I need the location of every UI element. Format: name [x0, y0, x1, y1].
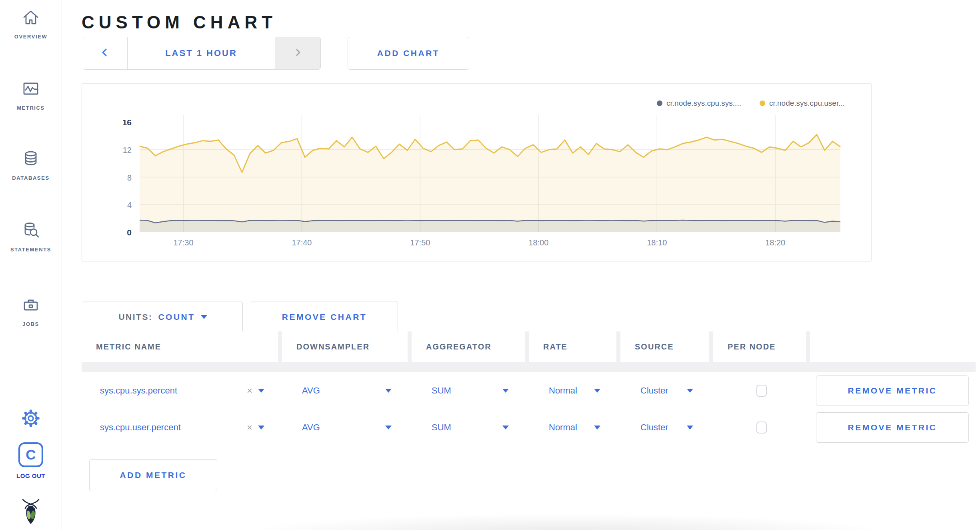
y-axis-label: 8 [127, 173, 132, 182]
metrics-table: METRIC NAME DOWNSAMPLER AGGREGATOR RATE … [82, 331, 976, 446]
cockroach-c-icon: C [18, 462, 44, 469]
logout-label: LOG OUT [0, 472, 62, 479]
sidebar-item-overview[interactable]: OVERVIEW [0, 8, 62, 40]
metric-name-select[interactable]: sys.cpu.sys.percent × [82, 372, 282, 409]
add-metric-button[interactable]: ADD METRIC [89, 459, 217, 491]
timeseries-chart: 048121617:3017:4017:5018:0018:1018:20 [82, 84, 871, 261]
rate-select[interactable]: Normal [529, 409, 620, 446]
chevron-down-icon [594, 426, 600, 430]
chevron-down-icon [385, 426, 392, 430]
time-prev-button[interactable] [83, 37, 128, 69]
sidebar-item-label: METRICS [0, 105, 62, 111]
x-axis-label: 18:00 [528, 238, 548, 247]
chevron-left-icon [99, 46, 112, 60]
downsampler-value: AVG [302, 422, 320, 433]
custom-chart-page: OVERVIEW METRICS DATABASES STATEMENTS JO… [0, 0, 980, 530]
y-axis-label: 0 [127, 228, 132, 237]
settings-gear-button[interactable] [0, 409, 62, 430]
sidebar-item-label: OVERVIEW [0, 34, 62, 40]
metric-name-value: sys.cpu.user.percent [100, 422, 181, 433]
sidebar-item-metrics[interactable]: METRICS [0, 79, 62, 111]
aggregator-select[interactable]: SUM [412, 372, 529, 409]
per-node-checkbox[interactable] [756, 422, 767, 434]
time-range-selector: LAST 1 HOUR [83, 37, 321, 70]
aggregator-value: SUM [432, 385, 451, 396]
chevron-down-icon[interactable] [258, 389, 264, 393]
rate-value: Normal [549, 385, 577, 396]
remove-chart-button[interactable]: REMOVE CHART [251, 301, 398, 333]
time-next-button[interactable] [275, 37, 320, 69]
y-axis-label: 4 [127, 201, 132, 209]
sidebar-item-statements[interactable]: STATEMENTS [0, 221, 62, 253]
x-axis-label: 18:20 [765, 238, 785, 247]
chevron-right-icon [292, 46, 304, 60]
x-axis-label: 17:30 [173, 238, 193, 247]
sidebar-item-jobs[interactable]: JOBS [0, 295, 62, 327]
sidebar: OVERVIEW METRICS DATABASES STATEMENTS JO… [0, 0, 62, 530]
units-label: UNITS: [118, 312, 152, 322]
column-header-rate: RATE [529, 331, 616, 362]
cr.node.sys.cpu.user-area [140, 135, 840, 232]
jobs-briefcase-icon [21, 309, 41, 316]
logout-button[interactable]: C LOG OUT [0, 442, 62, 479]
column-header-aggregator: AGGREGATOR [412, 331, 525, 362]
chevron-down-icon [502, 389, 509, 393]
source-select[interactable]: Cluster [620, 409, 713, 446]
source-select[interactable]: Cluster [620, 372, 713, 409]
source-value: Cluster [640, 385, 668, 396]
legend-label: cr.node.sys.cpu.user... [769, 99, 845, 108]
remove-metric-button[interactable]: REMOVE METRIC [816, 412, 969, 443]
metric-name-select[interactable]: sys.cpu.user.percent × [82, 409, 282, 446]
units-value: COUNT [158, 312, 195, 322]
units-dropdown[interactable]: UNITS: COUNT [83, 301, 243, 333]
add-chart-button[interactable]: ADD CHART [348, 37, 469, 70]
source-value: Cluster [640, 422, 668, 433]
column-header-metric-name: METRIC NAME [82, 331, 278, 362]
statements-search-icon [21, 235, 41, 241]
aggregator-value: SUM [432, 422, 451, 433]
downsampler-value: AVG [302, 385, 320, 396]
gear-icon [21, 422, 40, 429]
y-axis-label: 16 [122, 118, 132, 127]
chevron-down-icon [201, 315, 207, 319]
rate-select[interactable]: Normal [529, 372, 620, 409]
remove-metric-button[interactable]: REMOVE METRIC [816, 375, 969, 406]
x-axis-label: 17:50 [410, 238, 430, 247]
clear-icon[interactable]: × [247, 385, 252, 396]
chevron-down-icon [687, 389, 693, 393]
sidebar-item-label: JOBS [0, 321, 62, 327]
table-header-row: METRIC NAME DOWNSAMPLER AGGREGATOR RATE … [82, 331, 976, 372]
page-title: CUSTOM CHART [82, 12, 277, 32]
x-axis-label: 18:10 [647, 238, 667, 247]
column-header-per-node: PER NODE [713, 331, 806, 362]
metric-name-value: sys.cpu.sys.percent [100, 385, 177, 396]
sidebar-item-label: STATEMENTS [0, 247, 62, 253]
column-header-source: SOURCE [620, 331, 709, 362]
chevron-down-icon [687, 426, 693, 430]
clear-icon[interactable]: × [247, 422, 252, 433]
time-range-label-button[interactable]: LAST 1 HOUR [128, 37, 275, 69]
home-icon [21, 22, 41, 28]
legend-item: cr.node.sys.cpu.sys.... [657, 99, 741, 108]
chevron-down-icon [385, 389, 392, 393]
y-axis-label: 12 [123, 146, 132, 155]
svg-text:C: C [26, 447, 36, 462]
downsampler-select[interactable]: AVG [282, 409, 412, 446]
brand-logo[interactable] [0, 498, 62, 527]
column-header-actions [810, 331, 976, 362]
cr.node.sys.cpu.sys-area [140, 220, 840, 232]
cockroachdb-bug-logo [22, 520, 40, 526]
legend-item: cr.node.sys.cpu.user... [760, 99, 845, 108]
legend-dot-user [760, 100, 765, 106]
downsampler-select[interactable]: AVG [282, 372, 412, 409]
per-node-checkbox[interactable] [756, 385, 767, 397]
aggregator-select[interactable]: SUM [412, 409, 529, 446]
chart-legend: cr.node.sys.cpu.sys.... cr.node.sys.cpu.… [657, 99, 845, 108]
column-header-downsampler: DOWNSAMPLER [282, 331, 408, 362]
table-row: sys.cpu.user.percent × AVG SUM Normal Cl… [82, 409, 976, 446]
chevron-down-icon[interactable] [258, 426, 264, 430]
chart-card: 048121617:3017:4017:5018:0018:1018:20 cr… [82, 83, 872, 261]
rate-value: Normal [549, 422, 577, 433]
sidebar-item-databases[interactable]: DATABASES [0, 149, 62, 181]
chevron-down-icon [594, 389, 600, 393]
